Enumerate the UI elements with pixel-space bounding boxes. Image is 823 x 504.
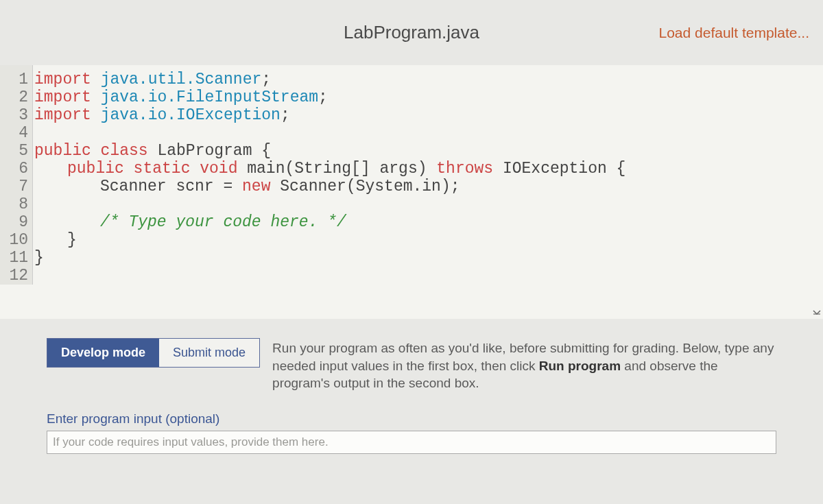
code-line: [34, 124, 823, 142]
file-title: LabProgram.java: [344, 22, 479, 43]
code-line: public static void main(String[] args) t…: [34, 160, 823, 178]
code-editor[interactable]: 1 2 3 4 5 6 7 8 9 10 11 12 import java.u…: [0, 65, 823, 319]
mode-row: Develop mode Submit mode Run your progra…: [47, 338, 776, 392]
program-input-label: Enter program input (optional): [47, 411, 776, 427]
code-line: }: [34, 231, 823, 249]
code-line: /* Type your code here. */: [34, 213, 823, 231]
code-lines[interactable]: import java.util.Scanner; import java.io…: [33, 65, 823, 285]
tab-submit-mode[interactable]: Submit mode: [159, 339, 259, 367]
program-input-field[interactable]: [47, 431, 776, 454]
code-line: [34, 195, 823, 213]
tab-develop-mode[interactable]: Develop mode: [47, 339, 159, 367]
code-line: [34, 267, 823, 285]
code-line: public class LabProgram {: [34, 142, 823, 160]
code-line: }: [34, 249, 823, 267]
editor-header: LabProgram.java Load default template...: [0, 0, 823, 65]
mode-tabs: Develop mode Submit mode: [47, 338, 260, 368]
code-line: import java.io.IOException;: [34, 106, 823, 124]
load-default-template-link[interactable]: Load default template...: [659, 25, 810, 41]
mode-hint-text: Run your program as often as you'd like,…: [272, 338, 776, 392]
code-line: import java.util.Scanner;: [34, 71, 823, 88]
line-gutter: 1 2 3 4 5 6 7 8 9 10 11 12: [0, 65, 33, 285]
scroll-down-icon[interactable]: [811, 307, 823, 319]
controls-section: Develop mode Submit mode Run your progra…: [0, 338, 823, 454]
code-line: import java.io.FileInputStream;: [34, 88, 823, 106]
code-line: Scanner scnr = new Scanner(System.in);: [34, 178, 823, 195]
